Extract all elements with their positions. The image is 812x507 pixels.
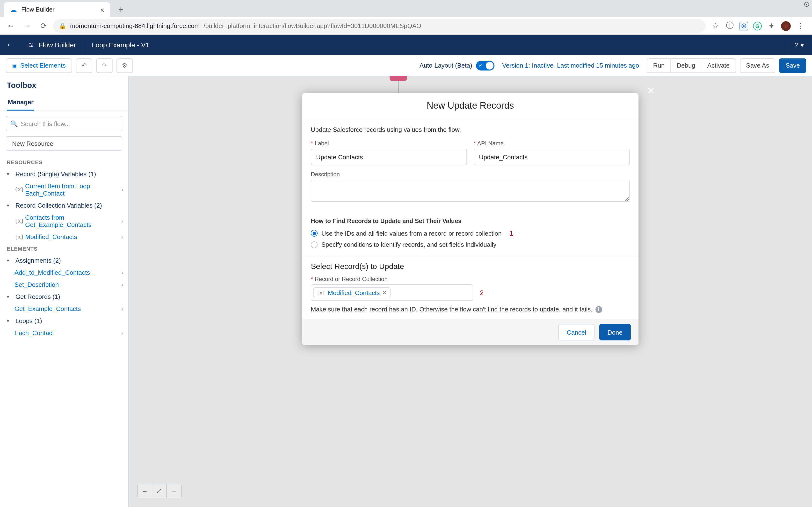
select-icon: ▣ [12, 62, 17, 69]
element-get-example-contacts[interactable]: Get_Example_Contacts› [0, 303, 128, 315]
search-icon: 🔍 [10, 120, 18, 127]
search-flow-input[interactable]: 🔍 Search this flow... [6, 116, 122, 131]
browser-address-bar: ← → ⟳ 🔒 momentum-computing-884.lightning… [0, 17, 812, 35]
auto-layout-toggle-label: Auto-Layout (Beta) ✓ [419, 61, 495, 70]
url-path: /builder_platform_interaction/flowBuilde… [203, 22, 421, 30]
chevron-right-icon: › [121, 330, 123, 336]
save-button[interactable]: Save [779, 58, 806, 73]
radio-specify-conditions[interactable]: Specify conditions to identify records, … [311, 239, 630, 250]
extension-1-icon[interactable]: ⦿ [740, 21, 748, 30]
element-set-description[interactable]: Set_Description› [0, 279, 128, 291]
url-domain: momentum-computing-884.lightning.force.c… [70, 22, 200, 30]
close-tab-icon[interactable]: × [100, 6, 104, 14]
toolbox-title: Toolbox [0, 76, 128, 95]
element-each-contact[interactable]: Each_Contact› [0, 327, 128, 339]
variable-icon: {x} [14, 218, 22, 225]
debug-button[interactable]: Debug [670, 58, 702, 73]
auto-layout-toggle[interactable]: ✓ [476, 61, 495, 70]
label-field-label: Label [311, 140, 467, 147]
save-as-button[interactable]: Save As [740, 58, 775, 73]
elements-heading: ELEMENTS [0, 243, 128, 255]
update-records-modal: New Update Records Update Salesforce rec… [302, 93, 639, 345]
modal-title: New Update Records [302, 93, 639, 119]
builder-label-text: Flow Builder [39, 41, 76, 49]
selected-record-pill[interactable]: {x} Modified_Contacts ✕ [313, 287, 390, 298]
group-collection-variables[interactable]: ▾Record Collection Variables (2) [0, 200, 128, 212]
how-to-find-heading: How to Find Records to Update and Set Th… [311, 212, 630, 227]
app-back-button[interactable]: ← [0, 35, 20, 55]
run-button[interactable]: Run [647, 58, 671, 73]
radio-selected-icon [311, 230, 317, 237]
chevron-right-icon: › [121, 305, 123, 312]
chevron-right-icon: › [121, 269, 123, 276]
record-collection-input[interactable]: {x} Modified_Contacts ✕ [311, 284, 473, 301]
new-resource-button[interactable]: New Resource [6, 136, 122, 151]
lock-icon: 🔒 [59, 22, 66, 29]
toggle-knob [486, 62, 494, 69]
manager-tab[interactable]: Manager [7, 95, 35, 111]
chevron-down-icon: ▾ [7, 318, 12, 324]
label-input[interactable] [311, 149, 467, 165]
resource-current-item[interactable]: {x}Current Item from Loop Each_Contact› [0, 180, 128, 200]
bookmark-star-icon[interactable]: ☆ [709, 19, 722, 33]
annotation-2: 2 [480, 289, 484, 296]
chevron-right-icon: › [121, 186, 123, 193]
window-expand-icon[interactable]: ▾ [804, 2, 809, 7]
chevron-right-icon: › [121, 233, 123, 240]
select-elements-button[interactable]: ▣ Select Elements [6, 58, 72, 73]
nav-forward-icon: → [20, 19, 34, 33]
info-icon[interactable]: i [595, 306, 602, 313]
remove-pill-icon[interactable]: ✕ [382, 289, 387, 296]
resource-contacts-get[interactable]: {x}Contacts from Get_Example_Contacts› [0, 212, 128, 231]
extension-icons: ⓘ ⦿ G ✦ ⋮ [725, 21, 808, 31]
api-name-input[interactable] [474, 149, 630, 165]
description-label: Description [311, 171, 630, 178]
radio-use-ids[interactable]: Use the IDs and all field values from a … [311, 227, 630, 239]
hint-text: Make sure that each record has an ID. Ot… [311, 306, 630, 313]
info-icon[interactable]: ⓘ [725, 21, 735, 31]
chevron-right-icon: › [121, 281, 123, 288]
toolbox-sidebar: Toolbox Manager 🔍 Search this flow... Ne… [0, 76, 129, 507]
resource-modified-contacts[interactable]: {x}Modified_Contacts› [0, 231, 128, 243]
group-assignments[interactable]: ▾Assignments (2) [0, 255, 128, 267]
modal-subtitle: Update Salesforce records using values f… [311, 126, 630, 133]
chevron-down-icon: ▾ [7, 258, 12, 263]
undo-button[interactable]: ↶ [76, 58, 92, 73]
group-single-variables[interactable]: ▾Record (Single) Variables (1) [0, 168, 128, 180]
record-collection-label: Record or Record Collection [311, 276, 630, 282]
version-status: Version 1: Inactive–Last modified 15 min… [502, 62, 639, 69]
chevron-down-icon: ▾ [7, 171, 12, 177]
group-loops[interactable]: ▾Loops (1) [0, 315, 128, 327]
element-add-modified[interactable]: Add_to_Modified_Contacts› [0, 267, 128, 279]
select-records-heading: Select Record(s) to Update [311, 262, 630, 271]
chevron-down-icon: ▾ [7, 203, 12, 208]
action-bar: ▣ Select Elements ↶ ↷ ⚙ Auto-Layout (Bet… [0, 55, 812, 76]
url-input[interactable]: 🔒 momentum-computing-884.lightning.force… [53, 19, 706, 33]
help-button[interactable]: ? ▾ [786, 35, 812, 55]
description-textarea[interactable] [311, 180, 630, 202]
nav-reload-icon[interactable]: ⟳ [37, 19, 50, 33]
flow-canvas[interactable]: + Each Contact Loop − ⤢ + × New Update R… [129, 76, 812, 507]
grammarly-icon[interactable]: G [753, 21, 762, 30]
modal-close-icon[interactable]: × [647, 83, 654, 98]
cancel-button[interactable]: Cancel [558, 324, 595, 340]
browser-tab[interactable]: ☁ Flow Builder × [4, 2, 110, 17]
check-icon: ✓ [478, 62, 483, 68]
modal-wrapper: × New Update Records Update Salesforce r… [129, 76, 812, 507]
salesforce-favicon: ☁ [10, 6, 17, 13]
chrome-menu-icon[interactable]: ⋮ [796, 21, 805, 31]
group-get-records[interactable]: ▾Get Records (1) [0, 291, 128, 303]
settings-gear-button[interactable]: ⚙ [116, 58, 133, 73]
profile-avatar[interactable] [781, 21, 791, 31]
new-tab-button[interactable]: + [114, 3, 128, 16]
browser-tab-strip: ☁ Flow Builder × + [0, 0, 812, 17]
flow-icon: ≋ [28, 41, 34, 49]
tab-title: Flow Builder [21, 6, 55, 13]
redo-button: ↷ [96, 58, 113, 73]
annotation-1: 1 [509, 229, 513, 237]
done-button[interactable]: Done [599, 324, 631, 340]
api-name-label: API Name [474, 140, 630, 147]
nav-back-icon[interactable]: ← [4, 19, 17, 33]
resources-heading: RESOURCES [0, 157, 128, 168]
extensions-puzzle-icon[interactable]: ✦ [767, 21, 776, 31]
